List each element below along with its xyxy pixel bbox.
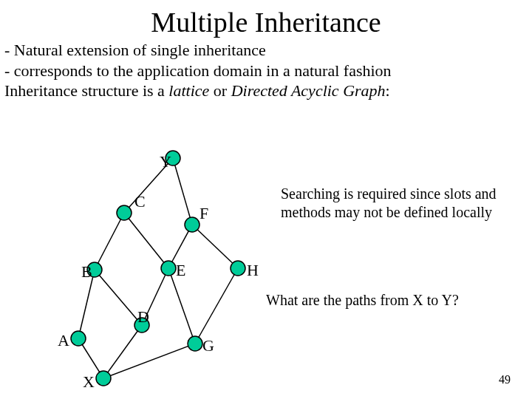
edge-D-X (103, 325, 142, 378)
edge-C-B (95, 213, 124, 270)
node-label-F: F (200, 204, 208, 223)
edge-B-D (95, 270, 142, 325)
node-E (161, 261, 176, 276)
node-X (96, 371, 111, 386)
node-label-C: C (134, 192, 146, 211)
node-H (231, 261, 245, 276)
edge-G-X (103, 344, 195, 378)
node-label-A: A (58, 331, 69, 350)
node-label-E: E (176, 261, 185, 280)
node-label-D: D (137, 307, 149, 327)
node-C (117, 205, 132, 220)
inheritance-graph (0, 0, 532, 399)
node-A (71, 331, 86, 346)
node-label-G: G (202, 336, 214, 355)
node-label-B: B (81, 262, 92, 282)
node-F (185, 217, 200, 232)
node-label-Y: Y (160, 152, 171, 171)
edge-C-E (124, 213, 168, 268)
node-G (188, 336, 202, 351)
node-label-X: X (83, 372, 95, 392)
graph-nodes (71, 151, 245, 386)
edge-F-H (192, 225, 238, 268)
edge-H-G (195, 268, 238, 344)
node-label-H: H (247, 261, 259, 280)
edge-Y-F (173, 158, 192, 225)
